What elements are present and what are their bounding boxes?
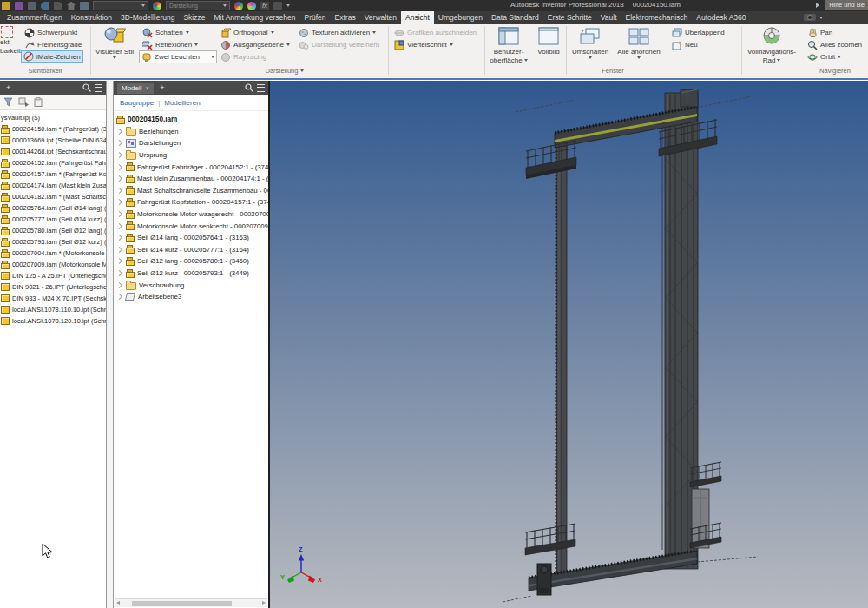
ribbon-tab-mit-anmerkung-versehen[interactable]: Mit Anmerkung versehen: [209, 11, 299, 24]
tab-modell[interactable]: Modell ×: [117, 83, 154, 94]
expand-icon[interactable]: [116, 270, 122, 276]
vollnavigationsrad-button[interactable]: Vollnavigations- Rad: [743, 26, 800, 64]
file-item[interactable]: local.ANSI.1078.120.10.ipt (Schno: [0, 315, 106, 327]
expand-icon[interactable]: [116, 129, 122, 135]
ribbon-tab-vault[interactable]: Vault: [596, 11, 621, 24]
group-label-fenster[interactable]: Fenster: [486, 67, 740, 75]
zwei-leuchten-select[interactable]: Zwei Leuchten: [139, 50, 217, 63]
scroll-right-icon[interactable]: [262, 601, 266, 605]
tree-item[interactable]: Verschraubung: [114, 279, 268, 291]
material-combobox[interactable]: [93, 1, 148, 10]
tree-item[interactable]: Motorkonsole Motor senkrecht - 000207009…: [114, 220, 268, 232]
adjust-color-icon[interactable]: [234, 2, 243, 10]
raytracing-button[interactable]: Raytracing: [219, 51, 268, 63]
color-wheel-icon[interactable]: [153, 2, 161, 10]
ribbon-tab-extras[interactable]: Extras: [331, 11, 360, 24]
tree-item[interactable]: Mast klein Zusammenbau - 000204174:1 - (…: [114, 173, 268, 185]
tree-item[interactable]: Ursprung: [114, 149, 268, 162]
close-icon[interactable]: ×: [146, 83, 150, 94]
ribbon-tab-skizze[interactable]: Skizze: [179, 11, 209, 24]
tree-item[interactable]: Seil Ø12 kurz - 000205793:1 - (3449): [114, 268, 268, 280]
expand-icon[interactable]: [116, 211, 122, 217]
graphics-viewport[interactable]: Z Y X: [269, 81, 868, 608]
pan-button[interactable]: Pan: [806, 27, 834, 38]
add-browser-tab-button[interactable]: +: [157, 83, 167, 94]
expand-icon[interactable]: [116, 188, 122, 194]
scrollbar-thumb[interactable]: [132, 601, 232, 606]
viertelschnitt-button[interactable]: Viertelschnitt: [392, 39, 455, 50]
help-search-box[interactable]: Hilfe und Be: [825, 0, 868, 10]
ribbon-tab-ansicht[interactable]: Ansicht: [401, 11, 434, 24]
tree-item[interactable]: Seil Ø14 lang - 000205764:1 - (3163): [114, 232, 268, 244]
file-item[interactable]: 000144268.ipt (Sechskantschraub: [0, 146, 106, 157]
clipboard-icon[interactable]: [34, 97, 43, 107]
file-item[interactable]: ysVault.ipj ($): [0, 112, 106, 123]
file-item[interactable]: 000207004.iam * (Motorkonsole M: [0, 248, 106, 259]
schwerpunkt-button[interactable]: Schwerpunkt: [23, 27, 79, 38]
schatten-button[interactable]: Schatten: [141, 27, 191, 38]
file-item[interactable]: 000205777.iam (Seil Ø14 kurz) (31: [0, 214, 106, 225]
file-item[interactable]: DIN 933 - M24 X 70.IPT (Sechskan: [0, 293, 106, 304]
ribbon-tab-verwalten[interactable]: Verwalten: [360, 11, 401, 24]
file-item[interactable]: 000013669.ipt (Scheibe DIN 6340: [0, 135, 106, 146]
tree-item[interactable]: Beziehungen: [114, 126, 268, 138]
filter-icon[interactable]: [3, 97, 13, 107]
orthogonal-button[interactable]: Orthogonal: [219, 27, 276, 38]
tree-item[interactable]: Seil Ø14 kurz - 000205777:1 - (3164): [114, 244, 268, 256]
expand-icon[interactable]: [116, 223, 122, 229]
tree-item[interactable]: Arbeitsebene3: [114, 291, 268, 303]
file-item[interactable]: 000205764.iam (Seil Ø14 lang) (31: [0, 202, 106, 214]
search-icon[interactable]: [82, 83, 91, 92]
umschalten-button[interactable]: Umschalten: [569, 26, 611, 59]
darstellung-verfeinern-button[interactable]: Darstellung verfeinern: [297, 39, 381, 50]
file-item[interactable]: 000205780.iam (Seil Ø12 lang) (34: [0, 225, 106, 236]
tree-item[interactable]: Motorkonsole Motor waagerecht - 00020700…: [114, 208, 268, 221]
measure-icon[interactable]: [273, 2, 282, 10]
link-baugruppe[interactable]: Baugruppe: [120, 99, 154, 107]
imate-zeichen-button[interactable]: iMate-Zeichen: [21, 50, 83, 63]
ribbon-tab-zusammenfügen[interactable]: Zusammenfügen: [3, 11, 67, 24]
tree-item[interactable]: Fahrgerüst Fahrträger - 000204152:1 - (3…: [114, 161, 268, 173]
file-item[interactable]: 000204157.iam * (Fahrgerüst Kop: [0, 169, 106, 180]
ribbon-tab-erste-schritte[interactable]: Erste Schritte: [543, 11, 596, 24]
tree-item[interactable]: Seil Ø12 lang - 000205780:1 - (3450): [114, 255, 268, 268]
home-icon[interactable]: [67, 2, 76, 10]
expand-icon[interactable]: [116, 152, 122, 158]
texturen-button[interactable]: Texturen aktivieren: [297, 27, 378, 38]
save-icon[interactable]: [28, 2, 36, 10]
screen-icon[interactable]: [80, 2, 89, 10]
file-item[interactable]: 000207009.iam (Motorkonsole Mot: [0, 259, 106, 270]
file-item[interactable]: 000204182.iam * (Mast Schaltschr: [0, 191, 106, 202]
browser-menu-icon[interactable]: [257, 84, 265, 92]
parameters-fx-icon[interactable]: fx: [260, 2, 269, 10]
scroll-left-icon[interactable]: [116, 601, 120, 605]
ribbon-tab-3d-modellierung[interactable]: 3D-Modellierung: [116, 11, 179, 24]
expand-icon[interactable]: [116, 294, 122, 300]
expand-icon[interactable]: [116, 258, 122, 264]
tree-item[interactable]: Mast Schaltschrankseite Zusammenbau - 00…: [114, 185, 268, 197]
ueberlappend-button[interactable]: Überlappend: [670, 27, 727, 38]
panel-divider[interactable]: [107, 81, 114, 608]
grafiken-aufschneiden-button[interactable]: Grafiken aufschneiden: [392, 27, 478, 38]
alle-anordnen-button[interactable]: Alle anordnen: [613, 26, 665, 59]
neu-button[interactable]: Neu: [670, 39, 700, 50]
visueller-stil-button[interactable]: Visueller Stil: [92, 26, 137, 59]
redo-icon[interactable]: [54, 2, 62, 10]
alles-zoomen-button[interactable]: Alles zoomen: [806, 39, 864, 50]
sketch-icon[interactable]: [2, 2, 10, 10]
browser-horizontal-scrollbar[interactable]: [115, 598, 267, 607]
group-by-icon[interactable]: [18, 97, 29, 107]
expand-icon[interactable]: [116, 247, 122, 253]
ribbon-tab-prüfen[interactable]: Prüfen: [300, 11, 331, 24]
expand-icon[interactable]: [116, 140, 122, 146]
update-icon[interactable]: [15, 2, 23, 10]
reflexionen-button[interactable]: Reflexionen: [141, 39, 200, 50]
ribbon-tab-data-standard[interactable]: Data Standard: [487, 11, 543, 24]
benutzeroberflaeche-button[interactable]: Benutzer- oberfläche: [486, 26, 531, 64]
ribbon-tab-autodesk-a360[interactable]: Autodesk A360: [692, 11, 750, 24]
tree-item[interactable]: Darstellungen: [114, 137, 268, 149]
file-item[interactable]: 000204152.iam (Fahrgerüst Fahrt: [0, 157, 106, 169]
3d-model[interactable]: Z Y X: [270, 81, 868, 608]
add-panel-tab-button[interactable]: +: [3, 83, 13, 94]
expand-icon[interactable]: [116, 175, 122, 182]
